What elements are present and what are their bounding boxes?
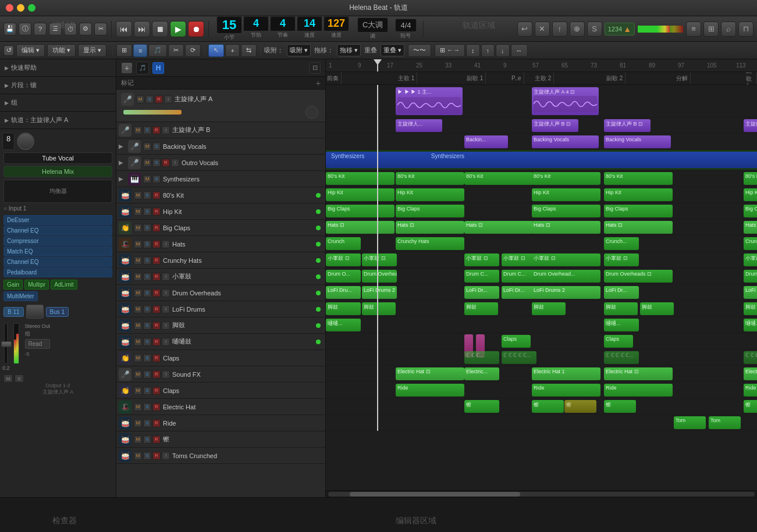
clip-vocalB-2[interactable]: 主旋律人声 B ⊡ bbox=[532, 119, 578, 132]
main-fader[interactable]: 0.2 bbox=[2, 323, 10, 371]
track-row-main[interactable]: 🎤 M S R I 主旋律人声 A bbox=[116, 90, 325, 122]
clip-sn-5[interactable]: 小軍鼓 ⊡ bbox=[532, 253, 600, 266]
track-row-15[interactable]: 👏 M S R Claps bbox=[116, 350, 325, 366]
phrase-section[interactable]: ▶ 片段：镶 bbox=[0, 77, 116, 94]
clip-vocalB-4[interactable]: 主旋律人声 B ⊡ bbox=[744, 119, 757, 132]
search-button[interactable]: ⌕ bbox=[721, 22, 736, 37]
clip-main-1[interactable]: ▶ ▶ ▶ 1 主... bbox=[396, 87, 463, 115]
clip-cym-4[interactable]: 镲 bbox=[604, 400, 636, 413]
clip-lofi-1[interactable]: LoFi Dru... bbox=[326, 286, 361, 299]
clip-ride-4[interactable]: Ride bbox=[744, 384, 757, 397]
clip-backing-2[interactable]: Backing Vocals bbox=[532, 135, 599, 148]
loop-btn[interactable]: ⟳ bbox=[185, 44, 201, 57]
clip-lofi-6[interactable]: LoFi Dr... bbox=[604, 286, 639, 299]
add-track-button[interactable]: + bbox=[121, 62, 133, 74]
clip-sfx-1[interactable]: ℂ ℂ ℂ... bbox=[464, 351, 499, 364]
clip-lofi-5[interactable]: LoFi Drums 2 bbox=[532, 286, 600, 299]
clip-doh-6[interactable]: Drum Overheads ⊡ bbox=[604, 270, 673, 283]
record-button[interactable]: ⏺ bbox=[188, 21, 204, 37]
clip-sfx-4[interactable]: ℂ ℂ ℂ ℂ... bbox=[744, 351, 757, 364]
clip-sn-6[interactable]: 小軍鼓 ⊡ bbox=[604, 253, 639, 266]
close-button[interactable] bbox=[6, 4, 13, 12]
s-button[interactable]: S bbox=[587, 22, 602, 37]
clip-ride-2[interactable]: Ride bbox=[532, 384, 600, 397]
beat-value[interactable]: 4 bbox=[243, 16, 269, 31]
track-row-16[interactable]: 🎤 M S R I Sound FX bbox=[116, 366, 325, 383]
clip-sn-1[interactable]: 小軍鼓 ⊡ bbox=[326, 253, 361, 266]
bar-value[interactable]: 15 bbox=[216, 16, 242, 34]
cursor-select-btn[interactable]: ↖ bbox=[208, 44, 224, 57]
read-mode[interactable]: Read bbox=[25, 339, 51, 349]
clip-sfx-2[interactable]: ℂ ℂ ℂ ℂ ℂ... bbox=[502, 351, 536, 364]
clip-doh-5[interactable]: Drum Overhead... bbox=[532, 270, 600, 283]
clip-bc-3[interactable]: Big Claps bbox=[532, 205, 600, 217]
clip-ride-3[interactable]: Ride bbox=[604, 384, 673, 397]
m-btn[interactable]: M bbox=[3, 374, 13, 383]
clip-hip-1[interactable]: Hip Kit bbox=[326, 188, 395, 201]
clip-80s-1[interactable]: 80's Kit bbox=[326, 172, 395, 185]
main-s-btn[interactable]: S bbox=[145, 95, 154, 103]
metronome-button[interactable]: ⏱ bbox=[64, 23, 77, 35]
clip-vocalB-3[interactable]: 主旋律人声 B ⊡ bbox=[604, 119, 651, 132]
fast-forward-button[interactable]: ⏭ bbox=[134, 21, 150, 37]
help-button[interactable]: ? bbox=[34, 23, 47, 35]
clip-tc-2[interactable]: Tom bbox=[709, 416, 741, 429]
track-row-21[interactable]: 🥁 M S R I Toms Crunched bbox=[116, 448, 325, 464]
fader-track[interactable] bbox=[4, 323, 8, 364]
track-row-9[interactable]: 🥁 M S R Crunchy Hats bbox=[116, 252, 325, 269]
track-row-19[interactable]: 🥁 M S R Ride bbox=[116, 415, 325, 431]
overlap-select[interactable]: 重叠 ▾ bbox=[381, 44, 404, 56]
clip-sn-3[interactable]: 小軍鼓 ⊡ bbox=[464, 253, 499, 266]
clip-sn-4[interactable]: 小軍鼓 ⊡ bbox=[502, 253, 536, 266]
timesig-value[interactable]: 4/4 bbox=[395, 19, 416, 32]
channel-eq-plugin[interactable]: Channel EQ bbox=[3, 226, 112, 235]
grid-button[interactable]: ⊞ bbox=[703, 22, 719, 37]
main-fader-mini[interactable] bbox=[123, 110, 182, 115]
clip-hats-6[interactable]: Hats ⊡ bbox=[744, 221, 757, 234]
clip-lofi-3[interactable]: LoFi Dr... bbox=[464, 286, 499, 299]
clip-lofi-7[interactable]: LoFi Drums 1 ⊡ bbox=[744, 286, 757, 299]
track-row-3[interactable]: ▶ 🎤 M S R I Outro Vocals bbox=[116, 155, 325, 171]
clip-main-2[interactable]: 主旋律人声 A 4 ⊡ bbox=[532, 87, 599, 115]
clip-eh-2[interactable]: Electric... bbox=[464, 367, 499, 380]
clip-hats-1[interactable]: Hats ⊡ bbox=[326, 221, 395, 234]
quick-help-section[interactable]: ▶ 快速帮助 bbox=[0, 59, 116, 77]
quick-help-label[interactable]: ▶ 快速帮助 bbox=[5, 62, 111, 74]
clip-doh-4[interactable]: Drum C... bbox=[502, 270, 536, 283]
match-eq-plugin[interactable]: Match EQ bbox=[3, 247, 112, 256]
clip-eh-5[interactable]: Electric bbox=[744, 367, 757, 380]
clip-tom-1[interactable]: 嗵嗵... bbox=[326, 319, 361, 331]
pedalboard-plugin[interactable]: Pedalboard bbox=[3, 267, 112, 277]
list-button[interactable]: ☰ bbox=[49, 23, 62, 35]
track-row-8[interactable]: 🎩 M S R I Hats bbox=[116, 236, 325, 252]
track-row-13[interactable]: 🥁 M S R I 脚鼓 bbox=[116, 317, 325, 334]
track-row-6[interactable]: 🥁 M S R Hip Kit bbox=[116, 203, 325, 220]
snap-select[interactable]: 吸附 ▾ bbox=[287, 44, 311, 56]
track-label[interactable]: ▶ 轨道：主旋律人声 A bbox=[5, 114, 111, 126]
clip-hats-4[interactable]: Hats ⊡ bbox=[532, 221, 600, 234]
display-menu[interactable]: 显示▾ bbox=[78, 44, 106, 57]
clip-sn-7[interactable]: 小軍鼓 ⊡ bbox=[744, 253, 757, 266]
redo-button[interactable]: ✕ bbox=[535, 22, 550, 37]
clip-hip-4[interactable]: Hip Kit bbox=[604, 188, 673, 201]
clip-lofi-2[interactable]: LoFi Drums 2 ⊡ bbox=[362, 286, 397, 299]
fit-btn[interactable]: ↔ bbox=[511, 44, 528, 57]
clip-eh-3[interactable]: Electric Hat 1 bbox=[532, 367, 600, 380]
fader-thumb[interactable] bbox=[1, 341, 12, 347]
group-label[interactable]: ▶ 组 bbox=[5, 97, 111, 109]
clip-hats-5[interactable]: Hats ⊡ bbox=[604, 221, 673, 234]
clip-80s-2[interactable]: 80's Kit bbox=[396, 172, 464, 185]
arrange-tracks-scroll[interactable]: ▶ ▶ ▶ 1 主... 主旋律人声 A 4 ⊡ bbox=[326, 85, 757, 490]
clip-doh-7[interactable]: Drum O... bbox=[744, 270, 757, 283]
clip-sfx-3[interactable]: ℂ ℂ ℂ ℂ ℂ... bbox=[604, 351, 639, 364]
main-r-btn[interactable]: R bbox=[155, 95, 163, 103]
clip-ch-1[interactable]: Crunch bbox=[326, 237, 361, 250]
zoom-v-btn[interactable]: ↕ bbox=[466, 44, 480, 57]
clip-hip-2[interactable]: Hip Kit bbox=[396, 188, 464, 201]
track-row-11[interactable]: 🥁 M S R I Drum Overheads bbox=[116, 285, 325, 301]
clip-kick-3[interactable]: 脚鼓 bbox=[464, 302, 498, 315]
track-row-7[interactable]: 👏 M S R Big Claps bbox=[116, 220, 325, 236]
rotate-left-btn[interactable]: ↺ bbox=[3, 45, 14, 56]
clip-kick-4[interactable]: 脚鼓 bbox=[532, 302, 566, 315]
zoom-out-btn[interactable]: ↓ bbox=[496, 44, 510, 57]
